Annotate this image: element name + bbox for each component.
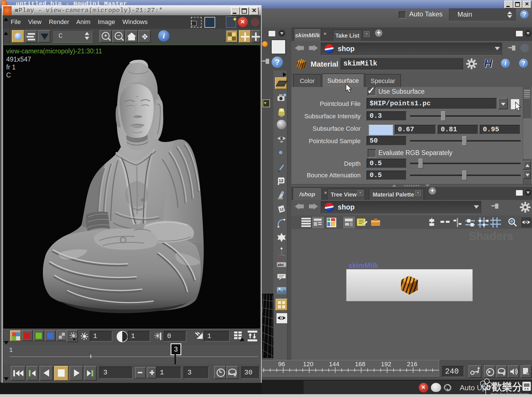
- svg-text:12: 12: [279, 207, 284, 212]
- svg-text:歡樂分: 歡樂分: [492, 381, 522, 392]
- svg-text:216: 216: [407, 361, 417, 368]
- svg-text:120: 120: [303, 361, 313, 368]
- svg-text:96: 96: [278, 361, 285, 368]
- svg-text:12: 12: [279, 178, 284, 183]
- svg-text:abc: abc: [278, 263, 284, 267]
- svg-text:144: 144: [329, 361, 339, 368]
- svg-text:168: 168: [355, 361, 365, 368]
- svg-text:192: 192: [381, 361, 391, 368]
